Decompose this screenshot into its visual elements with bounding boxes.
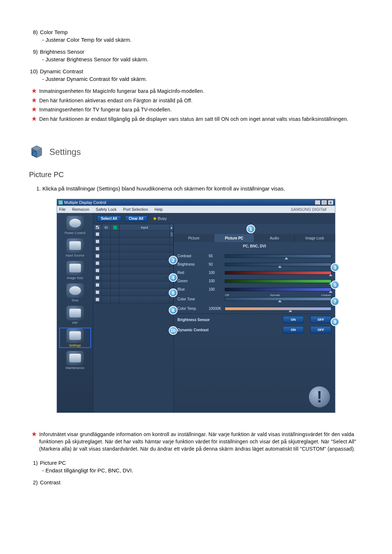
colortemp-slider[interactable] [225, 307, 331, 311]
subsection-title: Picture PC [29, 171, 363, 179]
table-row[interactable] [93, 296, 173, 303]
sidebar-item-maintenance[interactable]: Maintenance [60, 351, 90, 370]
svg-point-7 [33, 152, 37, 156]
menu-port-selection[interactable]: Port Selection [123, 207, 148, 212]
colortone-slider[interactable]: OffNormalCustom [225, 297, 331, 301]
panel-subtitle: PC, BNC, DVI [174, 242, 335, 250]
settings-title: Settings [49, 147, 81, 157]
menu-help[interactable]: Help [155, 207, 163, 212]
busy-indicator: Busy [153, 216, 167, 221]
item-title: Color Temp [40, 29, 363, 35]
sidebar-item-image-size[interactable]: Image Size [60, 261, 90, 280]
maximize-button[interactable]: □ [321, 200, 327, 205]
blue-label: Blue [177, 287, 209, 291]
grid-header-status [111, 224, 119, 230]
tone-off: Off [225, 294, 229, 297]
grid-header-input: Input [119, 224, 170, 230]
red-slider[interactable] [225, 271, 331, 275]
svg-marker-1 [32, 98, 37, 102]
sidebar-label: PIP [72, 321, 78, 325]
tab-image-lock[interactable]: Image Lock [295, 234, 335, 242]
blue-slider[interactable] [225, 288, 331, 291]
green-label: Green [177, 279, 209, 283]
tone-custom: Custom [321, 294, 331, 297]
brightness-slider[interactable] [225, 263, 331, 266]
sidebar-label: Time [72, 299, 79, 302]
sidebar-item-settings[interactable]: Settings [60, 328, 90, 347]
settings-cube-icon [29, 144, 44, 160]
window-title: Multiple Display Control [64, 200, 106, 205]
contrast-label: Contrast [177, 254, 209, 258]
item-title: Brightness Sensor [40, 49, 363, 55]
note-text: Inmatningsenheten för TV fungerar bara p… [39, 106, 363, 114]
contrast-slider[interactable] [225, 254, 331, 258]
sidebar-item-input-source[interactable]: Input Source [60, 238, 90, 257]
note-text: Den här funktionen är endast tillgänglig… [39, 116, 363, 123]
item-description: - Justerar Color Temp för vald skärm. [29, 37, 363, 43]
green-slider[interactable] [225, 279, 331, 283]
table-row[interactable] [93, 274, 173, 282]
brightness-label: Brightness [177, 262, 209, 266]
settings-panel: 1 Picture Picture PC Audio Image Lock PC… [174, 224, 335, 413]
callout-7: 7 [331, 297, 339, 306]
star-icon [29, 88, 39, 95]
brand-label: SAMSUNG DIGITall [291, 207, 326, 212]
table-row[interactable] [93, 260, 173, 267]
table-row[interactable] [93, 267, 173, 274]
grid-scroll-up[interactable]: ▴ [170, 224, 173, 230]
table-row[interactable] [93, 282, 173, 289]
dynamic-contrast-on[interactable]: ON [283, 326, 304, 333]
note-text: Den här funktionen aktiveras endast om F… [39, 97, 363, 104]
table-row[interactable] [93, 231, 173, 238]
brightness-sensor-on[interactable]: ON [283, 316, 304, 323]
red-label: Red [177, 271, 209, 275]
star-icon [29, 431, 39, 452]
item-title: Dynamic Contrast [40, 68, 363, 74]
table-row[interactable] [93, 245, 173, 253]
brightness-sensor-label: Brightness Sensor [177, 318, 276, 322]
sidebar-item-power-control[interactable]: Power Control [60, 216, 90, 235]
exclamation-icon: ! [309, 386, 330, 407]
minimize-button[interactable]: _ [315, 200, 320, 205]
app-icon [58, 200, 63, 205]
item-number: 2) [29, 479, 40, 485]
item-description: - Endast tillgängligt för PC, BNC, DVI. [29, 467, 363, 473]
table-row[interactable] [93, 289, 173, 296]
menu-safety-lock[interactable]: Safety Lock [96, 207, 117, 212]
item-title: Picture PC [40, 460, 363, 466]
colortone-label: Color Tone [177, 297, 209, 301]
brightness-sensor-off[interactable]: OFF [310, 316, 331, 323]
table-row[interactable] [93, 253, 173, 260]
svg-marker-2 [32, 107, 37, 112]
colortemp-label: Color Temp [177, 307, 209, 311]
blue-value: 100 [209, 287, 225, 291]
callout-9: 9 [331, 317, 339, 326]
tone-normal: Normal [270, 294, 280, 297]
item-number: 10) [29, 68, 40, 74]
bottom-items-list: 1)Picture PC - Endast tillgängligt för P… [29, 460, 363, 485]
tab-audio[interactable]: Audio [254, 234, 295, 242]
colortemp-value: 10000K [209, 307, 225, 311]
item-description: - Justerar Brightness Sensor för vald sk… [29, 56, 363, 62]
sidebar-item-time[interactable]: Time [60, 283, 90, 302]
close-button[interactable]: × [328, 200, 334, 205]
note-text: Inmatningsenheten för MagicInfo fungerar… [39, 88, 363, 95]
upper-items-list: 8)Color Temp - Justerar Color Temp för v… [29, 29, 363, 82]
section-header: Settings [29, 144, 363, 160]
dynamic-contrast-label: Dynamic Contrast [177, 328, 276, 332]
sidebar-label: Image Size [67, 276, 83, 280]
select-all-button[interactable]: Select All [97, 216, 121, 222]
clear-all-button[interactable]: Clear All [125, 216, 147, 222]
sidebar-label: Maintenance [66, 366, 85, 370]
menu-file[interactable]: File [59, 207, 66, 212]
table-row[interactable] [93, 238, 173, 245]
sidebar-label: Power Control [65, 231, 85, 235]
tab-picture[interactable]: Picture [174, 234, 214, 242]
dynamic-contrast-off[interactable]: OFF [310, 326, 331, 333]
grid-header-checkbox[interactable] [93, 224, 102, 230]
menu-remocon[interactable]: Remocon [72, 207, 89, 212]
tab-picture-pc[interactable]: Picture PC [214, 234, 254, 242]
star-icon [29, 97, 39, 104]
menu-bar: File Remocon Safety Lock Port Selection … [57, 206, 335, 213]
sidebar-item-pip[interactable]: PIP [60, 306, 90, 325]
